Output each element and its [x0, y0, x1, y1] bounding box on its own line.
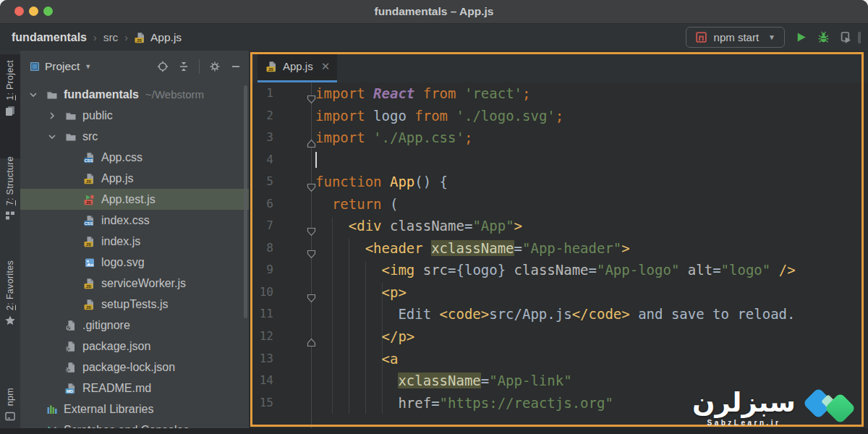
code-text: Edit <code>src/App.js</code> and save to… — [315, 303, 795, 326]
text-caret — [315, 152, 317, 168]
code-line-9[interactable]: 9 <img src={logo} className="App-logo" a… — [249, 259, 868, 281]
tree-item-setuptests-js[interactable]: JSsetupTests.js — [20, 294, 249, 315]
run-configuration-select[interactable]: npm start ▼ — [686, 27, 785, 48]
code-line-1[interactable]: 1import React from 'react'; — [249, 82, 868, 105]
tree-item-label: serviceWorker.js — [101, 277, 186, 290]
tree-item-public[interactable]: public — [20, 105, 249, 126]
tree-item-fundamentals[interactable]: fundamentals~/Webstorm — [20, 84, 249, 105]
watermark-title: سبزلرن — [692, 389, 796, 417]
tree-item-app-test-js[interactable]: JSApp.test.js — [20, 189, 249, 210]
breadcrumb-folder[interactable]: src — [103, 31, 119, 44]
stripe-button-favorites[interactable]: 2: Favorites — [0, 255, 20, 352]
chevron-down-icon[interactable] — [27, 89, 39, 101]
stripe-button-npm[interactable]: npm — [0, 382, 20, 434]
tree-item-index-js[interactable]: JSindex.js — [20, 231, 249, 252]
code-text: href="https://reactjs.org" — [315, 392, 613, 414]
tree-item-index-css[interactable]: CSSindex.css — [20, 210, 249, 231]
css-file-icon: CSS — [84, 152, 95, 163]
code-line-3[interactable]: 3import './App.css'; — [249, 127, 868, 149]
js-file-icon: JS — [84, 236, 95, 247]
stripe-button-structure[interactable]: 7: Structure — [0, 150, 20, 247]
tree-item-label: App.js — [101, 172, 133, 185]
line-number: 13 — [249, 348, 273, 370]
code-text: <header xclassName="App-header"> — [315, 237, 630, 260]
tree-item-label: index.js — [101, 235, 140, 248]
breadcrumb-project[interactable]: fundamentals — [12, 31, 87, 44]
line-number: 8 — [249, 237, 273, 260]
stripe-star-icon — [4, 315, 16, 326]
tree-item-package-json[interactable]: package.json — [20, 336, 249, 357]
line-number: 9 — [249, 259, 273, 281]
code-line-8[interactable]: 8 <header xclassName="App-header"> — [249, 237, 868, 260]
tree-item--gitignore[interactable]: .gitignore — [20, 315, 249, 336]
js-file-icon: JS — [266, 61, 278, 72]
code-line-5[interactable]: 5function App() { — [249, 171, 868, 193]
breadcrumb-file[interactable]: JS App.js — [135, 31, 182, 44]
tree-item-serviceworker-js[interactable]: JSserviceWorker.js — [20, 273, 249, 294]
code-line-12[interactable]: 12 </p> — [249, 326, 868, 348]
line-number: 2 — [249, 105, 273, 127]
collapse-all-button[interactable] — [178, 61, 190, 72]
line-number: 5 — [249, 171, 273, 193]
svg-text:JS: JS — [268, 67, 273, 71]
project-tree: fundamentals~/WebstormpublicsrcCSSApp.cs… — [20, 84, 249, 434]
chevron-right-icon[interactable] — [46, 110, 58, 122]
tree-item-readme-md[interactable]: MDREADME.md — [20, 378, 249, 399]
line-number: 7 — [249, 215, 273, 237]
tree-item-label: App.test.js — [101, 193, 156, 206]
line-number: 4 — [249, 149, 273, 171]
close-tab-icon[interactable]: ✕ — [321, 60, 331, 73]
js-file-icon: JS — [84, 278, 95, 289]
folder-file-icon — [65, 131, 77, 142]
breadcrumb: fundamentals › src › JS App.js — [12, 24, 182, 51]
tree-item-label: setupTests.js — [101, 298, 168, 311]
code-text: <p> — [315, 281, 407, 304]
tree-item-external-libraries[interactable]: External Libraries — [20, 399, 249, 420]
code-line-11[interactable]: 11 Edit <code>src/App.js</code> and save… — [249, 303, 868, 326]
project-panel-header: Project ▼ — [20, 51, 249, 82]
folder-file-icon — [46, 89, 58, 101]
tree-item-package-lock-json[interactable]: package-lock.json — [20, 357, 249, 378]
breadcrumb-separator-icon: › — [93, 32, 97, 43]
code-line-7[interactable]: 7 <div className="App"> — [249, 215, 868, 237]
locate-file-button[interactable] — [157, 61, 169, 72]
project-panel: Project ▼ fundamentals~/Webstormpublicsr… — [20, 51, 249, 434]
webstorm-window: fundamentals – App.js fundamentals › src… — [0, 0, 868, 434]
svg-text:JS: JS — [137, 38, 142, 42]
settings-gear-icon[interactable] — [209, 61, 221, 72]
code-text: </p> — [315, 326, 414, 348]
tree-item-logo-svg[interactable]: logo.svg — [20, 252, 249, 273]
debug-button[interactable] — [817, 31, 830, 43]
code-line-6[interactable]: 6 return ( — [249, 193, 868, 216]
tree-item-label: src — [82, 130, 98, 143]
libs-file-icon — [46, 404, 58, 415]
stripe-button-project[interactable]: 1: Project — [0, 54, 20, 158]
toolbar-overflow-icon — [858, 32, 861, 43]
code-area[interactable]: 1import React from 'react';2import logo … — [249, 82, 868, 414]
tab-app-js[interactable]: JS App.js ✕ — [258, 52, 337, 82]
project-panel-title[interactable]: Project — [45, 60, 80, 73]
svg-text:MD: MD — [67, 388, 73, 393]
tree-item-app-css[interactable]: CSSApp.css — [20, 147, 249, 168]
line-number: 15 — [249, 392, 273, 414]
sabzlearn-logo — [803, 386, 867, 430]
tree-item-app-js[interactable]: JSApp.js — [20, 168, 249, 189]
chevron-down-icon[interactable] — [46, 131, 58, 142]
code-line-10[interactable]: 10 <p> — [249, 281, 868, 304]
tree-item-label: logo.svg — [101, 256, 145, 269]
code-line-4[interactable]: 4 — [249, 149, 868, 171]
ignore-file-icon — [65, 320, 77, 331]
run-with-coverage-button[interactable] — [840, 31, 852, 43]
stripe-project-icon — [4, 105, 16, 116]
tree-item-label: fundamentals — [64, 88, 139, 101]
tree-item-src[interactable]: src — [20, 126, 249, 147]
tree-item-label: External Libraries — [64, 403, 154, 416]
code-line-13[interactable]: 13 <a — [249, 348, 868, 370]
code-text: import './App.css'; — [315, 127, 472, 149]
project-scrollbar[interactable] — [244, 85, 247, 318]
stripe-label: 2: Favorites — [5, 260, 15, 310]
run-button[interactable] — [795, 31, 807, 43]
hide-panel-button[interactable] — [230, 61, 242, 72]
js-file-icon: JS — [84, 299, 95, 310]
code-line-2[interactable]: 2import logo from './logo.svg'; — [249, 105, 868, 127]
